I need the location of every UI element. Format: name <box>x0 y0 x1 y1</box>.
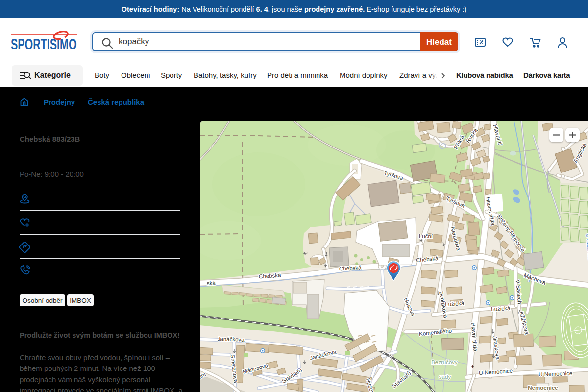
svg-text:✝: ✝ <box>470 364 475 369</box>
svg-text:U Nemocnice: U Nemocnice <box>539 370 572 377</box>
svg-text:Bezručovy: Bezručovy <box>431 359 458 365</box>
svg-text:Lužická: Lužická <box>491 305 511 312</box>
svg-text:Janáčkova: Janáčkova <box>217 336 245 343</box>
svg-text:ská: ská <box>207 280 216 286</box>
svg-text:Nemocnice: Nemocnice <box>528 385 558 391</box>
svg-text:SPORTISIMO: SPORTISIMO <box>11 36 77 52</box>
svg-text:Luční: Luční <box>419 233 433 239</box>
svg-text:sady: sady <box>439 374 451 380</box>
